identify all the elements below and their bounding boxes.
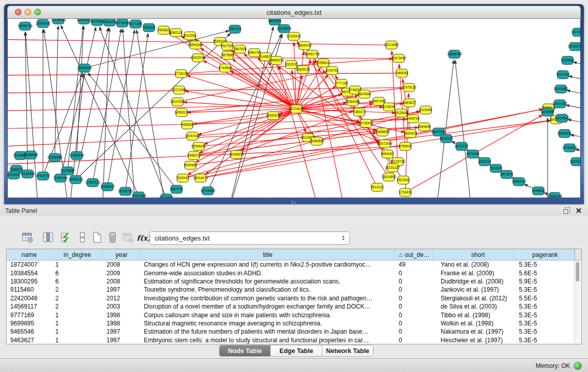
column-header-year[interactable]: year bbox=[103, 249, 140, 260]
graph-node-label: 15718485 bbox=[201, 189, 215, 192]
table-cell: 0 bbox=[395, 320, 433, 327]
graph-node-label: 17942737 bbox=[36, 174, 51, 178]
zoom-window-icon[interactable] bbox=[34, 9, 41, 15]
table-cell: 0 bbox=[395, 303, 433, 310]
graph-node-label: 10975887 bbox=[60, 169, 75, 172]
graph-node-label: 8912954 bbox=[183, 34, 197, 37]
float-panel-icon[interactable] bbox=[563, 207, 570, 214]
graph-node-label: 20206556 bbox=[48, 156, 62, 159]
graph-node-label: 18107541 bbox=[170, 100, 185, 103]
graph-node-label: 8938923 bbox=[440, 137, 453, 140]
memory-ok-indicator-icon[interactable] bbox=[574, 362, 582, 370]
column-settings-button[interactable] bbox=[41, 231, 55, 245]
column-header-title[interactable]: title bbox=[140, 249, 395, 260]
table-header-row: namein_degreeyeartitle△out_de…shortpager… bbox=[7, 249, 581, 260]
graph-node-label: 18300295 bbox=[266, 114, 281, 117]
table-row[interactable]: 969969511998Structural magnetic resonanc… bbox=[7, 319, 581, 327]
minimize-window-icon[interactable] bbox=[25, 9, 31, 15]
table-cell: Yano et al. (2008) bbox=[433, 261, 515, 268]
graph-node-label: 10654112 bbox=[512, 180, 527, 183]
graph-edge bbox=[278, 66, 320, 198]
table-cell: 6 bbox=[52, 270, 103, 277]
column-header-out-de-[interactable]: △out_de… bbox=[395, 249, 433, 260]
table-cell: 1 bbox=[52, 320, 103, 327]
graph-edge bbox=[8, 73, 402, 75]
table-settings-button[interactable] bbox=[20, 231, 35, 245]
table-row[interactable]: 1456911722003Disruption of a novel membe… bbox=[7, 302, 581, 311]
table-cell: 0 bbox=[395, 295, 433, 302]
table-selector-dropdown[interactable]: citations_edges.txt ▲▼ bbox=[149, 231, 350, 245]
graph-node-label: 10097443 bbox=[185, 134, 200, 138]
new-table-button[interactable] bbox=[90, 231, 104, 245]
tab-edge-table[interactable]: Edge Table bbox=[271, 345, 322, 356]
graph-node-label: 10973493 bbox=[391, 56, 406, 60]
graph-node-label: 10955297 bbox=[77, 19, 92, 21]
delete-column-button[interactable] bbox=[121, 231, 135, 245]
graph-node-label: 2935114 bbox=[478, 160, 491, 163]
graph-node-label: 9099489 bbox=[184, 163, 197, 167]
table-cell: Hescheler et al. (1997) bbox=[433, 337, 515, 344]
graph-node-label: 12938093 bbox=[51, 19, 66, 21]
header-scrollbar-corner bbox=[575, 249, 581, 260]
table-cell: 9777169 bbox=[7, 312, 52, 319]
tab-network-table[interactable]: Network Table bbox=[322, 345, 373, 356]
graph-node-label: 20053346 bbox=[77, 66, 92, 70]
table-row[interactable]: 2242004622012Investigating the contribut… bbox=[7, 294, 581, 302]
graph-node-label: 9465546 bbox=[181, 123, 194, 126]
graph-node-label: 3824554 bbox=[358, 92, 371, 96]
delete-table-button[interactable] bbox=[105, 231, 120, 245]
table-cell: 0 bbox=[395, 328, 433, 335]
graph-node-label: 9474444 bbox=[466, 152, 480, 156]
graph-edge bbox=[567, 90, 581, 97]
table-cell: 9463627 bbox=[7, 337, 52, 344]
graph-node-label: 7625402 bbox=[176, 176, 189, 180]
table-cell: Dudbridge et al. (2008) bbox=[433, 278, 515, 285]
graph-node-label: 12975115 bbox=[402, 85, 417, 89]
graph-node-label: 6466160 bbox=[103, 20, 116, 24]
table-row[interactable]: 1938455462009Genome-wide association stu… bbox=[7, 269, 581, 277]
graph-node-label: 7515526 bbox=[142, 26, 156, 29]
graph-node-label: 10688609 bbox=[375, 130, 390, 134]
table-row[interactable]: 946362711997Embryonic stem cells: a mode… bbox=[7, 336, 581, 344]
tab-node-table[interactable]: Node Table bbox=[220, 345, 271, 356]
table-row[interactable]: 1830029562008Estimation of significance … bbox=[7, 277, 581, 286]
table-selector-value: citations_edges.txt bbox=[155, 234, 339, 242]
graph-node-label: 15885203 bbox=[269, 58, 284, 62]
graph-node-label: 2718126 bbox=[175, 72, 188, 75]
graph-node-label: 2867608 bbox=[233, 47, 247, 51]
vertical-scrollbar[interactable] bbox=[574, 260, 581, 343]
column-header-in-degree[interactable]: in_degree bbox=[52, 249, 103, 260]
network-window-titlebar[interactable]: citations_edges.txt bbox=[7, 6, 581, 19]
scrollbar-thumb[interactable] bbox=[576, 262, 579, 281]
graph-node-label: 9115460 bbox=[420, 108, 432, 112]
graph-node-label: 12213389 bbox=[172, 88, 187, 92]
import-table-button[interactable] bbox=[75, 231, 90, 245]
table-cell: 0 bbox=[395, 286, 433, 293]
network-window-title: citations_edges.txt bbox=[267, 9, 322, 16]
table-row[interactable]: 1872400712008Changes of HCN gene express… bbox=[7, 260, 581, 269]
table-cell: 5.3E-5 bbox=[515, 286, 581, 293]
close-window-icon[interactable] bbox=[15, 9, 21, 15]
citation-network-graph: 1905572420691406129380931095529715276021… bbox=[8, 19, 581, 198]
graph-node-label: 15692931 bbox=[557, 132, 572, 135]
column-header-short[interactable]: short bbox=[433, 249, 515, 260]
table-cell: 5.3E-5 bbox=[515, 328, 581, 335]
close-panel-icon[interactable]: ✕ bbox=[575, 207, 582, 214]
table-cell: 2003 bbox=[103, 303, 140, 310]
graph-node-label: 16964442 bbox=[191, 144, 206, 148]
graph-node-label: 17359924 bbox=[70, 154, 84, 157]
table-row[interactable]: 911546021997Tourette syndrome. Phenomeno… bbox=[7, 286, 581, 294]
graph-node-label: 16720405 bbox=[359, 121, 374, 125]
graph-node-label: 13524851 bbox=[382, 175, 397, 179]
memory-status-label: Memory: OK bbox=[536, 362, 570, 369]
column-header-pagerank[interactable]: pagerank bbox=[515, 249, 575, 260]
table-row[interactable]: 977716911998Corpus callosum shape and si… bbox=[7, 311, 581, 319]
table-row[interactable]: 946554611997Estimation of the future num… bbox=[7, 327, 581, 336]
graph-node-label: 6040781 bbox=[325, 69, 339, 72]
graph-edge bbox=[565, 105, 581, 111]
table-cell: 5.9E-5 bbox=[515, 278, 581, 285]
network-view-canvas[interactable]: 1905572420691406129380931095529715276021… bbox=[7, 19, 581, 198]
row-select-button[interactable] bbox=[59, 231, 73, 245]
column-header-name[interactable]: name bbox=[7, 249, 52, 260]
graph-node-label: 9227349 bbox=[556, 73, 570, 76]
